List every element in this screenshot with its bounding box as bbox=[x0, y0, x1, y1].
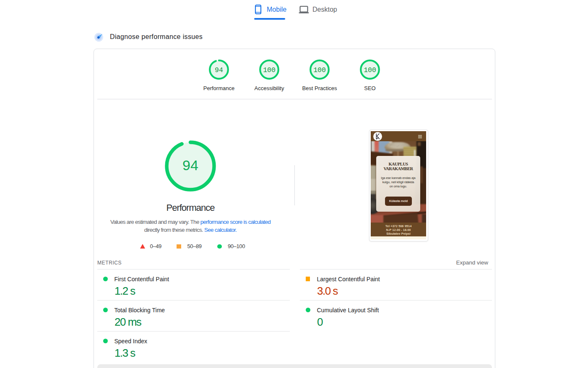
svg-text:94: 94 bbox=[215, 66, 223, 74]
svg-text:100: 100 bbox=[313, 66, 326, 74]
svg-text:100: 100 bbox=[263, 66, 276, 74]
svg-text:100: 100 bbox=[364, 66, 376, 74]
